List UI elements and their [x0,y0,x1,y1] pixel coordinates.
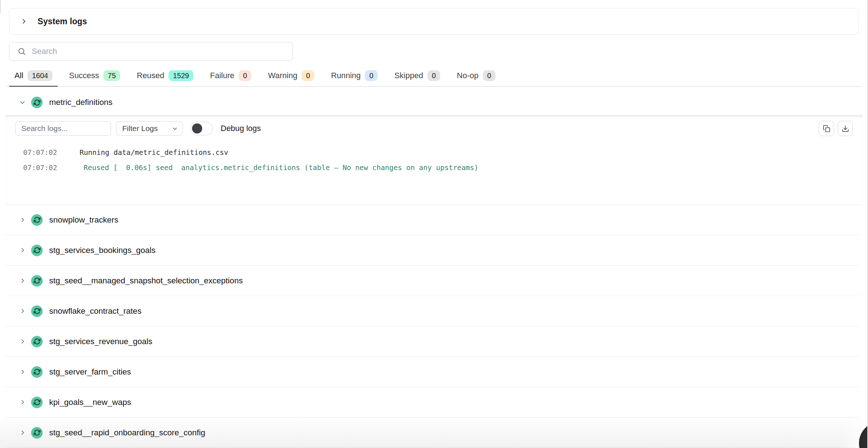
section-header-metric-definitions[interactable]: metric_definitions [19,94,868,111]
download-logs-button[interactable] [838,121,853,136]
debug-logs-label: Debug logs [221,124,261,133]
tab-label: Skipped [394,71,423,80]
chevron-right-icon[interactable] [19,368,26,376]
seed-refresh-icon [31,275,43,287]
tab-failure[interactable]: Failure0 [205,69,257,86]
list-item-stg_services_bookings_goals[interactable]: stg_services_bookings_goals [6,235,859,266]
log-timestamp: 07:07:02 [23,148,56,157]
list-item-stg_seed__rapid_onboarding_score_config[interactable]: stg_seed__rapid_onboarding_score_config [6,418,859,448]
log-lines: 07:07:02Running data/metric_definitions.… [6,136,862,175]
tab-count-badge: 1604 [27,70,52,81]
copy-logs-button[interactable] [819,121,834,136]
list-item-label: stg_services_bookings_goals [49,246,156,255]
log-actions [819,121,853,136]
chevron-right-icon[interactable] [19,277,26,284]
tab-skipped[interactable]: Skipped0 [389,69,446,86]
chevron-right-icon[interactable] [19,308,26,315]
corner-widget[interactable] [859,422,868,448]
tab-reused[interactable]: Reused1529 [131,69,199,86]
list-item-stg_server_farm_cities[interactable]: stg_server_farm_cities [6,357,859,387]
log-toolbar: Filter Logs Debug logs [6,115,862,136]
seed-refresh-icon [31,366,43,378]
seed-refresh-icon [31,336,43,347]
seed-refresh-icon [31,245,43,256]
list-item-stg_services_revenue_goals[interactable]: stg_services_revenue_goals [6,326,859,357]
status-tabs: All1604Success75Reused1529Failure0Warnin… [6,69,862,87]
tab-count-badge: 0 [239,70,251,81]
log-line: 07:07:02Running data/metric_definitions.… [23,145,862,160]
toggle-knob [192,123,202,134]
list-item-label: kpi_goals__new_waps [49,398,131,407]
list-item-snowplow_trackers[interactable]: snowplow_trackers [6,205,859,235]
chevron-right-icon[interactable] [19,247,26,254]
log-message: Reused [ 0.06s] seed analytics.metric_de… [84,164,478,172]
search-icon [17,47,26,56]
tab-all[interactable]: All1604 [9,69,58,86]
seed-refresh-icon [31,427,43,439]
chevron-right-icon[interactable] [19,399,26,406]
list-item-label: snowplow_trackers [49,215,118,225]
list-item-label: stg_server_farm_cities [49,367,131,377]
tab-success[interactable]: Success75 [64,69,125,86]
seed-refresh-icon [31,97,43,108]
chevron-right-icon[interactable] [19,429,26,436]
filter-logs-label: Filter Logs [122,124,169,133]
tab-count-badge: 0 [365,70,378,81]
list-item-label: stg_seed__managed_snapshot_selection_exc… [49,276,243,286]
page-title: System logs [38,17,87,26]
chevron-down-icon[interactable] [19,99,26,106]
debug-logs-toggle[interactable] [190,122,213,135]
tab-label: Failure [210,71,234,80]
tab-no-op[interactable]: No-op0 [451,69,501,86]
tab-count-badge: 75 [103,70,120,81]
copy-icon [823,125,830,132]
system-logs-header[interactable]: System logs [9,8,859,35]
tab-label: Running [331,71,361,80]
list-item-label: stg_seed__rapid_onboarding_score_config [49,428,205,438]
log-panel: Filter Logs Debug logs 07:07:02Running d… [6,115,862,205]
list-item-label: stg_services_revenue_goals [49,337,152,346]
tab-count-badge: 1529 [169,70,193,81]
chevron-down-icon [172,126,178,131]
section-name: metric_definitions [49,98,112,107]
download-icon [842,125,849,132]
filter-logs-select[interactable]: Filter Logs [116,121,183,136]
left-edge-line [0,0,1,13]
list-item-kpi_goals__new_waps[interactable]: kpi_goals__new_waps [6,387,859,418]
log-timestamp: 07:07:02 [23,164,56,172]
chevron-right-icon[interactable] [19,216,26,224]
list-item-label: snowflake_contract_rates [49,307,141,316]
chevron-right-icon [20,18,27,25]
search-input-wrapper [9,42,293,61]
tab-running[interactable]: Running0 [326,69,383,86]
tab-count-badge: 0 [427,70,440,81]
model-list: snowplow_trackers stg_services_bookings_… [6,205,859,448]
seed-refresh-icon [31,305,43,317]
log-message: Running data/metric_definitions.csv [80,148,228,157]
tab-warning[interactable]: Warning0 [263,69,320,86]
tab-count-badge: 0 [483,70,495,81]
tab-label: Success [69,71,99,80]
log-search-input[interactable] [15,121,111,136]
list-item-snowflake_contract_rates[interactable]: snowflake_contract_rates [6,296,859,326]
search-input[interactable] [32,47,286,56]
list-item-stg_seed__managed_snapshot_selection_exceptions[interactable]: stg_seed__managed_snapshot_selection_exc… [6,266,859,296]
tab-label: All [14,71,23,80]
seed-refresh-icon [31,397,43,408]
seed-refresh-icon [31,214,43,226]
chevron-right-icon[interactable] [19,338,26,345]
tab-label: Warning [268,71,297,80]
tab-count-badge: 0 [302,70,314,81]
log-line: 07:07:02Reused [ 0.06s] seed analytics.m… [23,160,862,175]
tab-label: Reused [137,71,164,80]
tab-label: No-op [457,71,478,80]
